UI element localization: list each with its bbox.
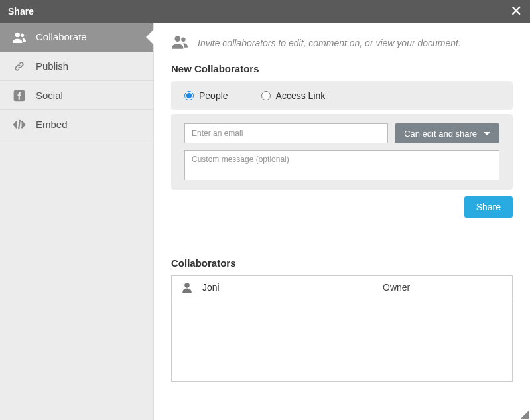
sidebar-item-social[interactable]: Social — [0, 81, 153, 110]
sidebar-item-label: Collaborate — [36, 31, 87, 42]
collaborator-name: Joni — [197, 282, 383, 293]
titlebar: Share ✕ — [0, 0, 530, 23]
svg-point-0 — [15, 32, 20, 36]
intro-row: Invite collaborators to edit, comment on… — [171, 35, 513, 51]
permission-label: Can edit and share — [404, 129, 477, 139]
radio-access-link-label: Access Link — [276, 90, 326, 101]
svg-point-4 — [174, 36, 180, 42]
close-icon[interactable]: ✕ — [510, 4, 522, 19]
svg-line-3 — [19, 119, 20, 129]
sidebar-item-label: Embed — [36, 119, 68, 130]
share-button[interactable]: Share — [464, 196, 513, 218]
user-icon — [181, 281, 197, 293]
permission-dropdown[interactable]: Can edit and share — [395, 123, 499, 143]
intro-text: Invite collaborators to edit, comment on… — [198, 38, 461, 48]
sidebar-item-label: Publish — [36, 60, 68, 72]
sidebar-item-collaborate[interactable]: Collaborate — [0, 23, 153, 52]
radio-access-link[interactable]: Access Link — [261, 90, 326, 101]
new-collaborators-heading: New Collaborators — [171, 63, 513, 74]
invite-panel: Can edit and share — [171, 114, 513, 190]
collaborators-heading: Collaborators — [171, 257, 513, 269]
radio-access-link-input[interactable] — [261, 91, 271, 100]
collaborator-row: Joni Owner — [172, 276, 512, 299]
collaborators-list: Joni Owner — [171, 275, 513, 382]
custom-message-input[interactable] — [184, 150, 499, 180]
svg-point-6 — [184, 283, 190, 288]
main-content: Invite collaborators to edit, comment on… — [154, 23, 530, 420]
email-input[interactable] — [184, 123, 388, 143]
radio-people[interactable]: People — [184, 90, 228, 101]
share-mode-panel: People Access Link — [171, 81, 513, 110]
radio-people-input[interactable] — [184, 91, 194, 100]
collaborator-role: Owner — [383, 282, 410, 293]
radio-people-label: People — [199, 90, 228, 101]
facebook-icon — [12, 89, 27, 102]
link-icon — [12, 60, 27, 73]
people-icon — [171, 35, 188, 51]
sidebar-item-embed[interactable]: Embed — [0, 110, 153, 139]
dialog-title: Share — [8, 6, 34, 17]
chevron-down-icon — [484, 132, 490, 135]
sidebar: Collaborate Publish Social Embed — [0, 23, 154, 420]
svg-point-1 — [21, 33, 24, 36]
sidebar-item-publish[interactable]: Publish — [0, 52, 153, 81]
sidebar-item-label: Social — [36, 90, 63, 101]
people-icon — [12, 31, 27, 43]
svg-point-5 — [181, 38, 186, 42]
resize-grip-icon[interactable] — [521, 411, 529, 419]
code-icon — [12, 119, 27, 131]
